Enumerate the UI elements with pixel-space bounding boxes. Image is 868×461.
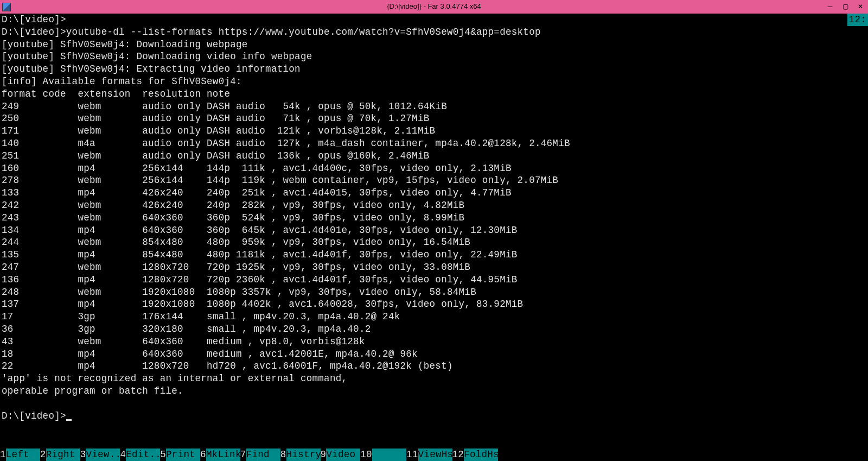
terminal-line: 249 webm audio only DASH audio 54k , opu… [2, 100, 868, 113]
fkey-label: Edit.. [126, 449, 160, 461]
terminal-line: D:\[video]>youtube-dl --list-formats htt… [2, 26, 868, 39]
fkey-label: Left [6, 449, 40, 461]
fkey-label: FoldHs [464, 449, 498, 461]
terminal-line: 136 mp4 1280x720 720p 2360k , avc1.4d401… [2, 274, 868, 286]
fkey-10[interactable]: 10 [360, 449, 406, 461]
terminal-line: [info] Available formats for SfhV0Sew0j4… [2, 75, 868, 88]
terminal-line: 137 mp4 1920x1080 1080p 4402k , avc1.640… [2, 298, 868, 311]
fkey-number: 9 [321, 449, 327, 461]
terminal-line: 248 webm 1920x1080 1080p 3357k , vp9, 30… [2, 286, 868, 299]
terminal-line: [youtube] SfhV0Sew0j4: Downloading video… [2, 50, 868, 63]
terminal-line: 242 webm 426x240 240p 282k , vp9, 30fps,… [2, 199, 868, 212]
fkey-12[interactable]: 12FoldHs [452, 449, 499, 461]
fkey-number: 7 [240, 449, 246, 461]
fkey-label: Histry [286, 449, 321, 461]
cursor [66, 419, 72, 421]
terminal-line [2, 397, 868, 410]
fkey-label: MkLink [206, 449, 240, 461]
terminal-line: 36 3gp 320x180 small , mp4v.20.3, mp4a.4… [2, 323, 868, 336]
fkey-1[interactable]: 1Left [0, 449, 40, 461]
terminal-line: 133 mp4 426x240 240p 251k , avc1.4d4015,… [2, 187, 868, 199]
terminal-line: 22 mp4 1280x720 hd720 , avc1.64001F, mp4… [2, 360, 868, 372]
terminal-line: 247 webm 1280x720 720p 1925k , vp9, 30fp… [2, 261, 868, 274]
function-keys-bar: 1Left 2Right 3View..4Edit..5Print 6MkLin… [0, 449, 868, 461]
terminal-line: 140 m4a audio only DASH audio 127k , m4a… [2, 137, 868, 150]
terminal-line: [youtube] SfhV0Sew0j4: Extracting video … [2, 63, 868, 75]
terminal-line: 278 webm 256x144 144p 119k , webm contai… [2, 174, 868, 187]
fkey-7[interactable]: 7Find [240, 449, 280, 461]
fkey-label: ViewHs [418, 449, 452, 461]
terminal-line: 171 webm audio only DASH audio 121k , vo… [2, 125, 868, 137]
window-title: {D:\[video]} - Far 3.0.4774 x64 [387, 1, 481, 13]
fkey-number: 6 [200, 449, 206, 461]
window-titlebar[interactable]: {D:\[video]} - Far 3.0.4774 x64 ─ ▢ ✕ [0, 0, 868, 14]
fkey-number: 11 [406, 449, 418, 461]
terminal-output[interactable]: D:\[video]>D:\[video]>youtube-dl --list-… [0, 14, 868, 422]
app-icon [2, 3, 11, 11]
terminal-line: 43 webm 640x360 medium , vp8.0, vorbis@1… [2, 336, 868, 348]
fkey-3[interactable]: 3View.. [80, 449, 120, 461]
fkey-9[interactable]: 9Video [321, 449, 361, 461]
terminal-line: 135 mp4 854x480 480p 1181k , avc1.4d401f… [2, 249, 868, 261]
terminal-line: [youtube] SfhV0Sew0j4: Downloading webpa… [2, 39, 868, 51]
terminal-line: operable program or batch file. [2, 385, 868, 397]
terminal-line: 160 mp4 256x144 144p 111k , avc1.4d400c,… [2, 162, 868, 175]
fkey-11[interactable]: 11ViewHs [406, 449, 452, 461]
fkey-number: 2 [40, 449, 46, 461]
terminal-line: D:\[video]> [2, 14, 868, 26]
fkey-number: 10 [360, 449, 372, 461]
terminal-line: 17 3gp 176x144 small , mp4v.20.3, mp4a.4… [2, 311, 868, 323]
fkey-label: Print [166, 449, 200, 461]
fkey-label [372, 449, 406, 461]
fkey-number: 5 [160, 449, 166, 461]
fkey-number: 3 [80, 449, 86, 461]
terminal-line: D:\[video]> [2, 410, 868, 422]
fkey-4[interactable]: 4Edit.. [120, 449, 160, 461]
fkey-6[interactable]: 6MkLink [200, 449, 240, 461]
terminal-line: 134 mp4 640x360 360p 645k , avc1.4d401e,… [2, 224, 868, 237]
fkey-label: Find [246, 449, 280, 461]
terminal-line: format code extension resolution note [2, 88, 868, 100]
close-button[interactable]: ✕ [853, 2, 868, 12]
fkey-number: 12 [452, 449, 464, 461]
fkey-label: Video [326, 449, 360, 461]
maximize-button[interactable]: ▢ [838, 2, 853, 12]
fkey-5[interactable]: 5Print [160, 449, 200, 461]
terminal-line: 244 webm 854x480 480p 959k , vp9, 30fps,… [2, 236, 868, 249]
fkey-number: 4 [120, 449, 126, 461]
fkey-number: 8 [280, 449, 286, 461]
terminal-line: 'app' is not recognized as an internal o… [2, 372, 868, 385]
fkey-label: Right [46, 449, 80, 461]
fkey-8[interactable]: 8Histry [280, 449, 321, 461]
minimize-button[interactable]: ─ [822, 2, 838, 12]
terminal-line: 18 mp4 640x360 medium , avc1.42001E, mp4… [2, 348, 868, 361]
fkey-label: View.. [86, 449, 120, 461]
clock-label: 12: [847, 14, 868, 26]
fkey-2[interactable]: 2Right [40, 449, 80, 461]
terminal-line: 251 webm audio only DASH audio 136k , op… [2, 150, 868, 162]
terminal-line: 243 webm 640x360 360p 524k , vp9, 30fps,… [2, 212, 868, 224]
fkey-number: 1 [0, 449, 6, 461]
terminal-line: 250 webm audio only DASH audio 71k , opu… [2, 112, 868, 125]
